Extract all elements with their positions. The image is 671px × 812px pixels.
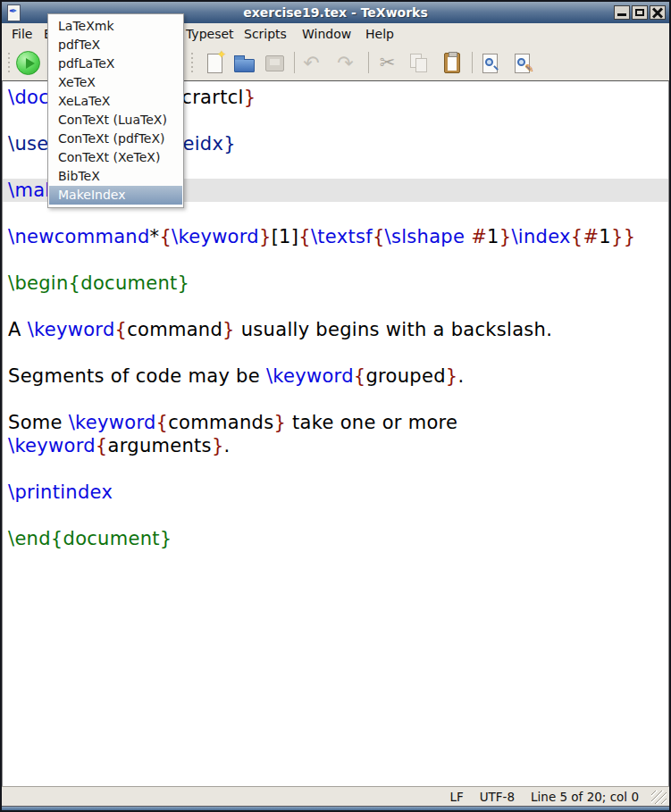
editor-line: Some \keyword{commands} take one or more — [3, 411, 668, 434]
editor-line: \printindex — [3, 481, 668, 504]
open-button[interactable] — [232, 51, 256, 75]
undo-icon: ↶ — [303, 54, 319, 73]
copy-button[interactable] — [407, 51, 432, 75]
editor-line: \keyword{arguments}. — [3, 434, 668, 457]
minimize-icon — [617, 13, 626, 16]
clipboard-icon — [444, 53, 460, 73]
find-icon — [482, 54, 498, 73]
toolbar-drag-handle[interactable] — [190, 53, 195, 72]
typeset-menu-item[interactable]: LaTeXmk — [49, 17, 182, 36]
typeset-menu-item[interactable]: ConTeXt (pdfTeX) — [49, 130, 182, 148]
toolbar-separator — [294, 52, 295, 73]
pencil-icon: ✎ — [524, 62, 534, 75]
resize-grip[interactable] — [651, 791, 667, 804]
status-bar: LF UTF-8 Line 5 of 20; col 0 — [2, 786, 669, 806]
save-icon — [265, 55, 284, 71]
editor-line — [3, 248, 668, 272]
maximize-icon — [635, 9, 644, 16]
menu-window[interactable]: Window — [299, 26, 354, 42]
cut-button[interactable]: ✂ — [375, 51, 399, 75]
minimize-button[interactable] — [614, 5, 630, 20]
editor-line — [3, 295, 668, 318]
menu-scripts[interactable]: Scripts — [241, 26, 289, 42]
typeset-menu-item[interactable]: pdfLaTeX — [49, 54, 182, 73]
scissors-icon: ✂ — [380, 54, 396, 72]
typeset-menu-item[interactable]: XeLaTeX — [49, 92, 182, 111]
typeset-menu-item[interactable]: XeTeX — [49, 73, 182, 92]
line-ending-indicator: LF — [449, 790, 463, 804]
editor-line: Segments of code may be \keyword{grouped… — [3, 364, 668, 388]
undo-button[interactable]: ↶ — [299, 51, 323, 75]
new-document-button[interactable]: ✦ — [203, 51, 227, 75]
redo-button[interactable]: ↷ — [333, 51, 357, 75]
replace-button[interactable]: ✎ — [510, 51, 534, 75]
maximize-button[interactable] — [632, 5, 648, 20]
editor-line — [3, 504, 668, 527]
paste-button[interactable] — [440, 51, 464, 75]
typeset-menu-item[interactable]: ConTeXt (XeTeX) — [49, 148, 182, 167]
typeset-run-button[interactable] — [16, 51, 40, 75]
play-icon — [16, 51, 40, 75]
editor-line — [3, 341, 668, 364]
editor-line: \end{document} — [3, 527, 668, 550]
replace-icon: ✎ — [515, 54, 530, 73]
typeset-menu-item[interactable]: BibTeX — [49, 167, 182, 186]
menu-typeset[interactable]: Typeset — [183, 26, 237, 42]
encoding-indicator: UTF-8 — [480, 790, 515, 804]
editor-line: A \keyword{command} usually begins with … — [3, 318, 668, 341]
typeset-menu-item[interactable]: pdfTeX — [49, 36, 182, 54]
typeset-menu-item[interactable]: MakeIndex — [49, 186, 182, 205]
toolbar-separator — [472, 52, 473, 73]
open-folder-icon — [234, 59, 255, 72]
menu-file[interactable]: File — [9, 26, 35, 42]
texworks-window: ✒ exercise19.tex - TeXworks FileETypeset… — [0, 0, 671, 812]
window-bottom-frame — [2, 806, 669, 810]
menu-help[interactable]: Help — [363, 26, 397, 42]
typeset-menu-item[interactable]: ConTeXt (LuaTeX) — [49, 111, 182, 130]
new-file-icon: ✦ — [207, 54, 222, 73]
cursor-position-indicator: Line 5 of 20; col 0 — [531, 790, 639, 804]
save-button[interactable] — [263, 51, 287, 75]
new-star-icon: ✦ — [217, 48, 226, 61]
typeset-engine-menu: LaTeXmkpdfTeXpdfLaTeXXeTeXXeLaTeXConTeXt… — [47, 13, 184, 208]
editor-line: \begin{document} — [3, 272, 668, 295]
copy-icon — [410, 54, 430, 73]
editor-line — [3, 457, 668, 481]
editor-line — [3, 388, 668, 411]
toolbar-separator — [368, 52, 369, 73]
close-button[interactable] — [650, 5, 666, 20]
find-button[interactable] — [478, 51, 502, 75]
toolbar-drag-handle[interactable] — [7, 53, 12, 72]
magnifier-icon — [485, 58, 493, 66]
redo-icon: ↷ — [337, 54, 353, 73]
editor-line: \newcommand*{\keyword}[1]{\textsf{\slsha… — [3, 225, 668, 248]
